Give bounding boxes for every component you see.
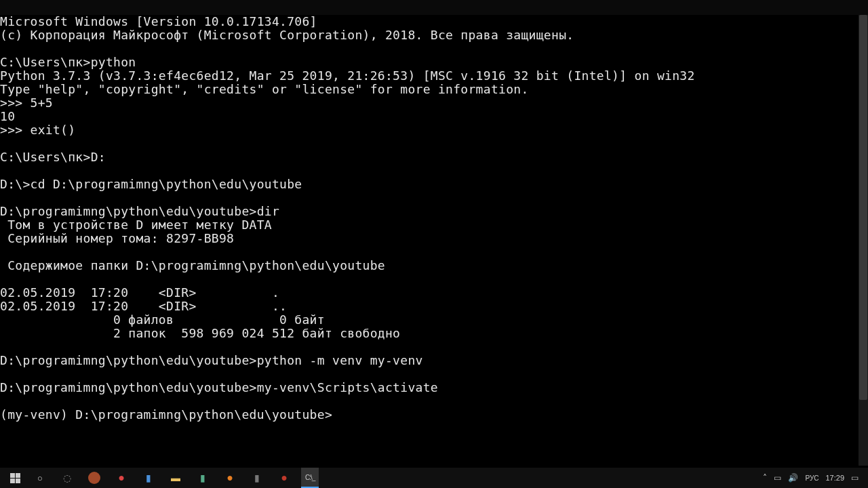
terminal-prompt[interactable]: (my-venv) D:\programimng\python\edu\yout… [0, 407, 332, 422]
terminal-output[interactable]: Microsoft Windows [Version 10.0.17134.70… [0, 15, 859, 422]
taskbar-app[interactable]: ▮ [247, 470, 267, 486]
vertical-scrollbar[interactable] [859, 15, 868, 468]
terminal-line: D:\programimng\python\edu\youtube>dir [0, 204, 279, 218]
taskbar-left: ○ ◌ ● ▮ ▬ ▮ ● ▮ ● C:\_ [0, 468, 763, 488]
scrollbar-thumb[interactable] [859, 15, 867, 400]
terminal-line: 02.05.2019 17:20 <DIR> . [0, 285, 279, 300]
terminal-line: Серийный номер тома: 8297-BB98 [0, 231, 234, 245]
terminal-line: 0 файлов 0 байт [0, 312, 325, 327]
taskbar-app[interactable]: ● [111, 470, 132, 486]
terminal-line: Type "help", "copyright", "credits" or "… [0, 82, 529, 96]
terminal-line: Python 3.7.3 (v3.7.3:ef4ec6ed12, Mar 25 … [0, 68, 695, 83]
terminal-line: 2 папок 598 969 024 512 байт свободно [0, 326, 400, 340]
volume-icon[interactable]: 🔊 [788, 473, 798, 483]
terminal-line: 02.05.2019 17:20 <DIR> .. [0, 299, 287, 313]
terminal-line: Microsoft Windows [Version 10.0.17134.70… [0, 15, 317, 28]
cortana-icon[interactable]: ◌ [57, 470, 77, 486]
terminal-line: (c) Корпорация Майкрософт (Microsoft Cor… [0, 28, 574, 42]
windows-taskbar[interactable]: ○ ◌ ● ▮ ▬ ▮ ● ▮ ● C:\_ ˄ ▭ 🔊 РУС 17:29 ▭ [0, 468, 868, 488]
taskbar-app[interactable]: ▮ [193, 470, 213, 486]
terminal-line: Содержимое папки D:\programimng\python\e… [0, 258, 385, 272]
taskbar-app[interactable]: ▮ [138, 470, 159, 486]
system-tray[interactable]: ˄ ▭ 🔊 РУС 17:29 ▭ [763, 473, 868, 483]
terminal-line: D:\programimng\python\edu\youtube>python… [0, 353, 423, 367]
windows-icon [10, 473, 20, 483]
cmd-taskbar-button[interactable]: C:\_ [301, 468, 319, 488]
terminal-window[interactable]: Microsoft Windows [Version 10.0.17134.70… [0, 15, 859, 468]
start-button[interactable] [7, 470, 23, 486]
terminal-line: C:\Users\пк>D: [0, 150, 106, 164]
terminal-line: >>> 5+5 [0, 96, 53, 110]
taskbar-app[interactable] [84, 470, 104, 486]
window-titlebar[interactable] [0, 0, 868, 15]
notifications-icon[interactable]: ▭ [851, 473, 859, 483]
taskbar-app[interactable]: ● [274, 470, 294, 486]
terminal-line: 10 [0, 109, 15, 123]
language-icon[interactable]: РУС [805, 474, 818, 482]
terminal-line: >>> exit() [0, 123, 75, 137]
file-explorer-icon[interactable]: ▬ [165, 470, 186, 486]
search-button[interactable]: ○ [30, 470, 50, 486]
terminal-line: Том в устройстве D имеет метку DATA [0, 218, 272, 232]
firefox-icon[interactable]: ● [220, 470, 240, 486]
terminal-line: D:\programimng\python\edu\youtube>my-ven… [0, 380, 438, 394]
clock[interactable]: 17:29 [825, 474, 844, 482]
terminal-line: D:\>cd D:\programimng\python\edu\youtube [0, 177, 302, 191]
tray-chevron-icon[interactable]: ˄ [763, 473, 767, 483]
terminal-line: C:\Users\пк>python [0, 55, 136, 69]
network-icon[interactable]: ▭ [774, 473, 781, 483]
